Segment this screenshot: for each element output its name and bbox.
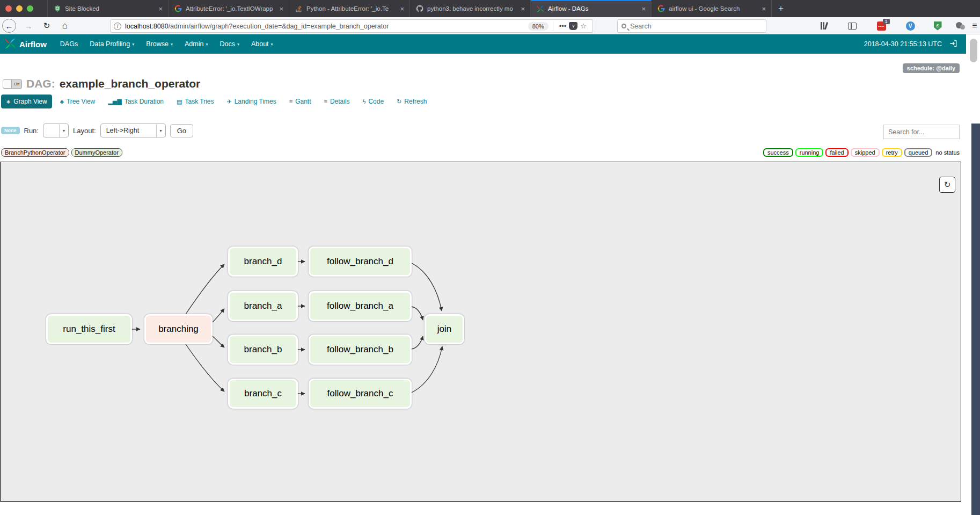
tabs-container: Site Blocked×AttributeError: '_io.TextIO… [47,0,772,17]
page-actions-icon[interactable]: ••• [559,22,567,30]
navbar-item-browse[interactable]: Browse▾ [140,40,179,48]
back-button[interactable]: ← [2,19,16,33]
browser-search-input[interactable] [630,23,762,30]
menu-icon[interactable]: ≡ [969,20,980,31]
dag-pause-toggle[interactable]: Off [3,79,22,89]
view-tab-graph-view[interactable]: ∗Graph View [1,95,52,108]
screen: Site Blocked×AttributeError: '_io.TextIO… [0,0,980,515]
browser-tab[interactable]: python3: behave incorrectly mo× [409,0,530,17]
task-node-follow_branch_c[interactable]: follow_branch_c [309,379,412,409]
status-legend-success: success [763,148,793,157]
navbar-item-about[interactable]: About▾ [245,40,279,48]
graph-search-input[interactable] [888,128,955,136]
sidebar-toggle-icon[interactable] [847,20,858,31]
pocket-icon[interactable]: ∨ [569,22,577,30]
browser-tab[interactable]: Airflow - DAGs× [530,0,651,17]
dag-graph-canvas[interactable]: run_this_firstbranchingbranch_dfollow_br… [0,162,961,502]
bookmark-star-icon[interactable]: ☆ [580,22,587,30]
run-select[interactable]: ▾ [43,124,69,137]
new-tab-button[interactable]: + [772,0,790,17]
brand-label: Airflow [19,40,47,49]
run-layout-controls: None Run: ▾ Layout: Left->Right▾ Go [1,124,193,137]
status-legend: successrunningfailedskippedretryqueuedno… [763,148,961,157]
navbar-item-data-profiling[interactable]: Data Profiling▾ [84,40,140,48]
reload-button[interactable]: ↻ [40,19,54,33]
operator-legend: BranchPythonOperatorDummyOperator [1,148,122,157]
view-tab-tree-view[interactable]: ♣Tree View [55,95,100,108]
tab-close-button[interactable]: × [278,5,284,13]
view-tab-landing-times[interactable]: ✈Landing Times [222,95,281,108]
logout-icon[interactable] [949,40,957,49]
tab-title: AttributeError: '_io.TextIOWrapp [186,5,274,12]
browser-tab[interactable]: Site Blocked× [47,0,168,17]
extension-spheres-icon[interactable] [955,20,966,31]
tab-title: Airflow - DAGs [548,5,637,12]
layout-select[interactable]: Left->Right▾ [100,124,166,137]
library-icon[interactable] [818,20,829,31]
landing-icon: ✈ [226,98,231,105]
home-button[interactable]: ⌂ [58,19,72,33]
view-tab-label: Landing Times [235,98,276,105]
browser-tab[interactable]: Python - AttributeError: '_io.Te× [289,0,409,17]
navbar-item-admin[interactable]: Admin▾ [179,40,214,48]
zoom-level-badge[interactable]: 80% [528,22,548,31]
graph-icon: ∗ [6,98,11,105]
browser-tab[interactable]: airflow ui - Google Search× [651,0,772,17]
view-tab-refresh[interactable]: ↻Refresh [392,95,432,108]
airflow-page: Airflow DAGsData Profiling▾Browse▾Admin▾… [0,34,966,515]
layout-label: Layout: [73,127,96,135]
extension-lastpass-icon[interactable]: •••1 [876,20,887,31]
url-bar[interactable]: i localhost:8080/admin/airflow/graph?exe… [110,19,593,33]
task-node-join[interactable]: join [425,314,464,344]
divider [553,21,553,31]
minimize-window-button[interactable] [16,5,23,12]
view-tab-task-duration[interactable]: ▂▅▇Task Duration [103,95,169,108]
task-node-branch_c[interactable]: branch_c [228,379,298,409]
tab-close-button[interactable]: × [520,5,526,13]
navbar-item-docs[interactable]: Docs▾ [214,40,245,48]
chevron-down-icon: ▾ [132,42,134,47]
scrollbar-thumb[interactable] [970,39,977,62]
tab-close-button[interactable]: × [157,5,164,13]
view-tab-label: Refresh [404,98,427,105]
task-node-follow_branch_b[interactable]: follow_branch_b [309,335,412,365]
task-node-branch_d[interactable]: branch_d [228,246,298,277]
extension-shield-icon[interactable]: £ [932,20,943,31]
task-node-branch_a[interactable]: branch_a [228,291,298,321]
view-tab-code[interactable]: ϟCode [358,95,389,108]
url-text: localhost:8080/admin/airflow/graph?execu… [125,23,528,30]
tab-close-button[interactable]: × [640,5,647,13]
tab-title: Site Blocked [65,5,153,12]
tab-close-button[interactable]: × [399,5,405,13]
view-tab-task-tries[interactable]: ▤Task Tries [172,95,218,108]
browser-tab[interactable]: AttributeError: '_io.TextIOWrapp× [168,0,289,17]
task-node-run_this_first[interactable]: run_this_first [46,314,132,344]
view-tab-gantt[interactable]: ≡Gantt [284,95,316,108]
graph-search-box[interactable] [883,125,960,139]
airflow-brand[interactable]: Airflow [0,38,54,51]
view-tab-details[interactable]: ≡Details [319,95,355,108]
task-node-follow_branch_a[interactable]: follow_branch_a [309,291,412,321]
chevron-down-icon: ▾ [59,124,68,137]
view-tab-label: Graph View [13,98,47,105]
status-legend-no-status: no status [934,149,961,156]
go-button[interactable]: Go [170,124,193,137]
refresh-icon: ↻ [397,98,401,105]
task-node-branch_b[interactable]: branch_b [228,335,298,365]
browser-search-box[interactable] [617,19,766,33]
right-edge-strip [966,34,980,515]
edge-follow_branch_d-to-join [412,263,442,311]
forward-button[interactable]: → [21,19,35,33]
tab-close-button[interactable]: × [760,5,767,13]
navbar-item-dags[interactable]: DAGs [54,40,84,48]
view-tab-label: Details [330,98,350,105]
task-node-branching[interactable]: branching [144,314,213,344]
tab-title: airflow ui - Google Search [669,5,757,12]
task-node-follow_branch_d[interactable]: follow_branch_d [309,246,412,277]
graph-refresh-button[interactable]: ↻ [939,177,955,193]
extension-blue-icon[interactable]: V [905,20,916,31]
airflow-favicon-icon [536,5,544,13]
zoom-window-button[interactable] [27,5,33,12]
close-window-button[interactable] [5,5,12,12]
site-info-icon[interactable]: i [114,23,121,30]
